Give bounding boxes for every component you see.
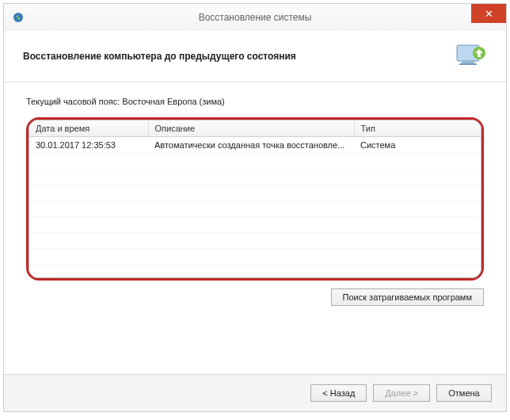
- table-header-row: Дата и время Описание Тип: [29, 120, 481, 137]
- table-row-empty: [29, 201, 481, 217]
- col-header-desc[interactable]: Описание: [148, 120, 354, 137]
- cell-desc: Автоматически созданная точка восстановл…: [148, 137, 354, 154]
- restore-points-highlight: Дата и время Описание Тип 30.01.2017 12:…: [26, 117, 484, 281]
- window-title: Восстановление системы: [199, 12, 312, 23]
- wizard-footer: < Назад Далее > Отмена: [4, 374, 506, 411]
- cancel-button[interactable]: Отмена: [436, 384, 492, 402]
- timezone-label: Текущий часовой пояс: Восточная Европа (…: [26, 97, 484, 106]
- col-header-date[interactable]: Дата и время: [29, 120, 148, 137]
- svg-point-0: [13, 13, 23, 22]
- table-row-empty: [29, 185, 481, 201]
- table-row-empty: [29, 170, 481, 185]
- title-bar: Восстановление системы ✕: [4, 4, 506, 31]
- close-icon: ✕: [485, 8, 493, 20]
- monitor-restore-icon: [455, 42, 487, 71]
- table-row-empty: [29, 249, 481, 265]
- wizard-header: Восстановление компьютера до предыдущего…: [4, 31, 506, 82]
- restore-points-table[interactable]: Дата и время Описание Тип 30.01.2017 12:…: [29, 120, 481, 265]
- svg-rect-3: [459, 63, 477, 65]
- cell-type: Система: [354, 137, 481, 154]
- wizard-content: Текущий часовой пояс: Восточная Европа (…: [4, 82, 506, 374]
- col-header-type[interactable]: Тип: [354, 120, 481, 137]
- table-row[interactable]: 30.01.2017 12:35:53 Автоматически создан…: [29, 137, 481, 154]
- table-row-empty: [29, 154, 481, 170]
- table-row-empty: [29, 233, 481, 249]
- back-button[interactable]: < Назад: [310, 384, 367, 402]
- scan-button-row: Поиск затрагиваемых программ: [26, 281, 484, 309]
- svg-rect-2: [462, 61, 474, 63]
- scan-affected-button[interactable]: Поиск затрагиваемых программ: [331, 288, 484, 306]
- next-button[interactable]: Далее >: [373, 384, 430, 402]
- cell-date: 30.01.2017 12:35:53: [29, 137, 148, 154]
- window-frame: Восстановление системы ✕ Восстановление …: [3, 3, 507, 412]
- close-button[interactable]: ✕: [471, 4, 506, 23]
- restore-app-icon: [12, 11, 25, 24]
- wizard-heading: Восстановление компьютера до предыдущего…: [23, 51, 296, 62]
- table-row-empty: [29, 217, 481, 233]
